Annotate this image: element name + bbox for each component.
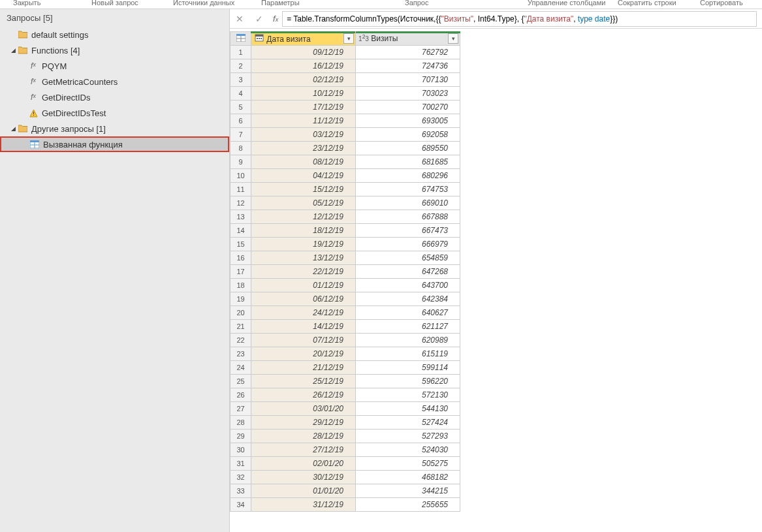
table-row[interactable]: 2829/12/19527424 xyxy=(230,416,460,430)
row-number[interactable]: 27 xyxy=(230,402,251,416)
cell-date[interactable]: 15/12/19 xyxy=(251,183,356,196)
cell-date[interactable]: 23/12/19 xyxy=(251,142,356,155)
cell-date[interactable]: 02/01/20 xyxy=(251,457,356,471)
table-row[interactable]: 2525/12/19596220 xyxy=(230,375,460,388)
cell-visits[interactable]: 621127 xyxy=(356,320,460,334)
cell-date[interactable]: 20/12/19 xyxy=(251,347,356,361)
table-row[interactable]: 1312/12/19667888 xyxy=(230,210,460,224)
row-number[interactable]: 29 xyxy=(230,430,251,443)
cell-date[interactable]: 21/12/19 xyxy=(251,361,356,375)
table-row[interactable]: 3102/01/20505275 xyxy=(230,457,460,471)
cell-visits[interactable]: 640627 xyxy=(356,306,460,320)
cell-visits[interactable]: 692058 xyxy=(356,128,460,142)
cell-date[interactable]: 14/12/19 xyxy=(251,320,356,334)
table-row[interactable]: 1115/12/19674753 xyxy=(230,183,460,196)
cell-visits[interactable]: 689550 xyxy=(356,142,460,155)
table-row[interactable]: 908/12/19681685 xyxy=(230,155,460,169)
commit-formula-button[interactable]: ✓ xyxy=(249,9,269,29)
cell-visits[interactable]: 666979 xyxy=(356,238,460,251)
cell-visits[interactable]: 647268 xyxy=(356,265,460,279)
cell-date[interactable]: 07/12/19 xyxy=(251,334,356,347)
table-row[interactable]: 410/12/19703023 xyxy=(230,87,460,101)
row-number[interactable]: 19 xyxy=(230,292,251,306)
cell-date[interactable]: 29/12/19 xyxy=(251,416,356,430)
cell-visits[interactable]: 667888 xyxy=(356,210,460,224)
formula-input[interactable]: = Table.TransformColumnTypes(Источник,{{… xyxy=(282,11,757,27)
cell-visits[interactable]: 724736 xyxy=(356,59,460,73)
cell-date[interactable]: 27/12/19 xyxy=(251,443,356,457)
cell-visits[interactable]: 654859 xyxy=(356,251,460,265)
cell-date[interactable]: 10/12/19 xyxy=(251,87,356,101)
cell-visits[interactable]: 669010 xyxy=(356,196,460,210)
table-row[interactable]: 216/12/19724736 xyxy=(230,59,460,73)
cell-date[interactable]: 13/12/19 xyxy=(251,251,356,265)
cell-visits[interactable]: 643700 xyxy=(356,279,460,292)
row-number[interactable]: 13 xyxy=(230,210,251,224)
cell-visits[interactable]: 642384 xyxy=(356,292,460,306)
cell-visits[interactable]: 707130 xyxy=(356,73,460,87)
row-number[interactable]: 20 xyxy=(230,306,251,320)
cell-date[interactable]: 01/01/20 xyxy=(251,484,356,498)
table-row[interactable]: 2626/12/19572130 xyxy=(230,388,460,402)
cell-visits[interactable]: 468182 xyxy=(356,471,460,484)
table-row[interactable]: 2024/12/19640627 xyxy=(230,306,460,320)
column-filter-button[interactable]: ▾ xyxy=(343,33,354,44)
table-row[interactable]: 109/12/19762792 xyxy=(230,46,460,59)
row-number[interactable]: 22 xyxy=(230,334,251,347)
row-number[interactable]: 25 xyxy=(230,375,251,388)
data-grid[interactable]: Дата визита ▾ 123 Визиты ▾ 109/12/197627… xyxy=(230,31,460,512)
row-number[interactable]: 8 xyxy=(230,142,251,155)
cell-visits[interactable]: 255655 xyxy=(356,498,460,512)
cell-visits[interactable]: 344215 xyxy=(356,484,460,498)
column-filter-button[interactable]: ▾ xyxy=(448,33,458,44)
tree-item[interactable]: default settings xyxy=(0,27,229,42)
table-row[interactable]: 3301/01/20344215 xyxy=(230,484,460,498)
row-number[interactable]: 18 xyxy=(230,279,251,292)
table-row[interactable]: 1722/12/19647268 xyxy=(230,265,460,279)
row-number[interactable]: 17 xyxy=(230,265,251,279)
table-row[interactable]: 302/12/19707130 xyxy=(230,73,460,87)
expander-icon[interactable]: ◢ xyxy=(9,47,17,54)
cell-visits[interactable]: 596220 xyxy=(356,375,460,388)
cancel-formula-button[interactable]: ✕ xyxy=(230,9,249,29)
row-number[interactable]: 14 xyxy=(230,224,251,238)
cell-visits[interactable]: 693005 xyxy=(356,114,460,128)
row-number[interactable]: 5 xyxy=(230,101,251,114)
row-number[interactable]: 34 xyxy=(230,498,251,512)
cell-date[interactable]: 06/12/19 xyxy=(251,292,356,306)
cell-date[interactable]: 24/12/19 xyxy=(251,306,356,320)
cell-visits[interactable]: 572130 xyxy=(356,388,460,402)
row-number[interactable]: 15 xyxy=(230,238,251,251)
cell-date[interactable]: 18/12/19 xyxy=(251,224,356,238)
row-number[interactable]: 28 xyxy=(230,416,251,430)
row-number[interactable]: 7 xyxy=(230,128,251,142)
row-number[interactable]: 3 xyxy=(230,73,251,87)
row-number[interactable]: 23 xyxy=(230,347,251,361)
row-number[interactable]: 24 xyxy=(230,361,251,375)
cell-date[interactable]: 31/12/19 xyxy=(251,498,356,512)
cell-visits[interactable]: 620989 xyxy=(356,334,460,347)
cell-date[interactable]: 30/12/19 xyxy=(251,471,356,484)
table-row[interactable]: 2114/12/19621127 xyxy=(230,320,460,334)
row-number[interactable]: 9 xyxy=(230,155,251,169)
row-number[interactable]: 16 xyxy=(230,251,251,265)
row-number[interactable]: 6 xyxy=(230,114,251,128)
row-number[interactable]: 10 xyxy=(230,169,251,183)
fx-icon[interactable]: fx xyxy=(273,14,278,23)
expander-icon[interactable]: ◢ xyxy=(9,125,17,132)
row-number[interactable]: 12 xyxy=(230,196,251,210)
table-row[interactable]: 1519/12/19666979 xyxy=(230,238,460,251)
cell-date[interactable]: 19/12/19 xyxy=(251,238,356,251)
tree-item[interactable]: ◢Другие запросы [1] xyxy=(0,121,229,136)
cell-visits[interactable]: 667473 xyxy=(356,224,460,238)
cell-date[interactable]: 03/12/19 xyxy=(251,128,356,142)
table-corner[interactable] xyxy=(230,32,251,46)
cell-date[interactable]: 03/01/20 xyxy=(251,402,356,416)
cell-date[interactable]: 04/12/19 xyxy=(251,169,356,183)
table-row[interactable]: 2207/12/19620989 xyxy=(230,334,460,347)
cell-date[interactable]: 08/12/19 xyxy=(251,155,356,169)
tree-item[interactable]: fxGetDirectIDs xyxy=(0,89,229,105)
cell-visits[interactable]: 505275 xyxy=(356,457,460,471)
row-number[interactable]: 33 xyxy=(230,484,251,498)
cell-visits[interactable]: 615119 xyxy=(356,347,460,361)
